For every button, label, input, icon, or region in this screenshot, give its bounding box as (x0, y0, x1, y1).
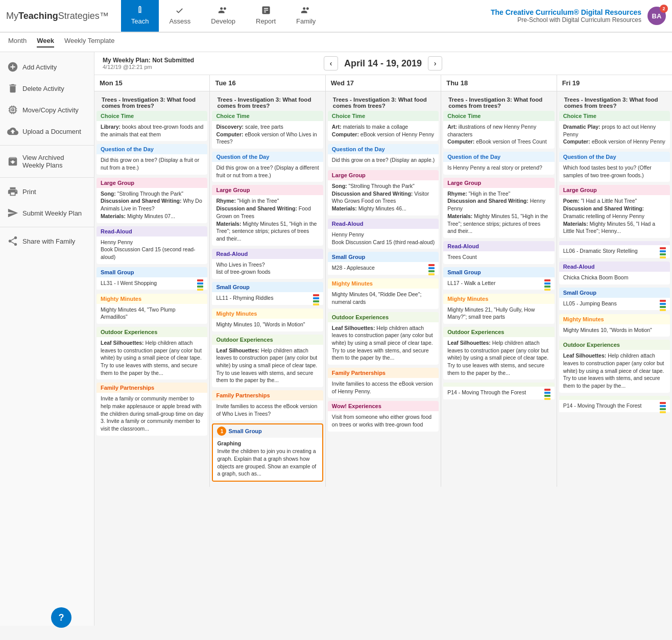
unit-fri: Trees - Investigation 3: What food comes… (559, 93, 670, 111)
outdoor-mon[interactable]: Outdoor Experiences Leaf Silhouettes: He… (97, 327, 207, 380)
family-tue[interactable]: Family Partnerships Invite families to a… (212, 390, 323, 420)
cal-meta: My Weekly Plan: Not Submitted 4/12/19 @1… (103, 57, 194, 70)
small-group-mon[interactable]: Small Group LL31 - I Went Shopping (97, 267, 207, 291)
unit-tue: Trees - Investigation 3: What food comes… (212, 93, 323, 111)
large-group-thu[interactable]: Large Group Rhyme: "High in the Tree"Dis… (443, 178, 554, 238)
share-label: Share with Family (22, 238, 75, 245)
read-aloud-wed[interactable]: Read-Aloud Henny PennyBook Discussion Ca… (328, 219, 439, 249)
read-aloud-tue[interactable]: Read-Aloud Who Lives in Trees?list of tr… (212, 249, 323, 279)
choice-time-mon[interactable]: Choice Time Library: books about tree-gr… (97, 111, 207, 141)
small-group-tue[interactable]: Small Group LL11 - Rhyming Riddles (212, 282, 323, 305)
share-icon (7, 235, 18, 247)
day-wed-header: Wed 17 (326, 75, 441, 91)
subnav-month[interactable]: Month (8, 37, 27, 48)
archive-label: View Archived Weekly Plans (22, 154, 87, 169)
sidebar-share[interactable]: Share with Family (0, 230, 94, 252)
sidebar-submit[interactable]: Submit Weekly Plan (0, 202, 94, 224)
unit-wed: Trees - Investigation 3: What food comes… (328, 93, 439, 111)
outdoor-thu[interactable]: Outdoor Experiences Leaf Silhouettes: He… (443, 327, 554, 380)
header-brand: The Creative Curriculum® Digital Resourc… (491, 8, 641, 23)
cal-nav: ‹ April 14 - 19, 2019 › (324, 56, 442, 70)
sidebar-move-copy[interactable]: Move/Copy Activity (0, 99, 94, 121)
mighty-minutes-wed[interactable]: Mighty Minutes Mighty Minutes 04, "Riddl… (328, 278, 439, 309)
choice-time-wed[interactable]: Choice Time Art: materials to make a col… (328, 111, 439, 141)
unit-thu: Trees - Investigation 3: What food comes… (443, 93, 554, 111)
mighty-minutes-fri[interactable]: Mighty Minutes Mighty Minutes 10, "Words… (559, 314, 670, 337)
question-day-fri[interactable]: Question of the Day Which food tastes be… (559, 152, 670, 182)
unit-mon: Trees - Investigation 3: What food comes… (97, 93, 207, 111)
small-group-thu[interactable]: Small Group LL17 - Walk a Letter (443, 267, 554, 291)
calendar-grid: Mon 15 Trees - Investigation 3: What foo… (94, 75, 672, 487)
mighty-minutes-tue[interactable]: Mighty Minutes Mighty Minutes 10, "Words… (212, 309, 323, 331)
large-group-tue[interactable]: Large Group Rhyme: "High in the Tree"Dis… (212, 185, 323, 245)
question-day-mon[interactable]: Question of the Day Did this grow on a t… (97, 144, 207, 174)
mighty-minutes-thu[interactable]: Mighty Minutes Mighty Minutes 21, "Hully… (443, 294, 554, 324)
nav-tab-teach[interactable]: Teach (121, 0, 159, 32)
question-day-wed[interactable]: Question of the Day Did this grow on a t… (328, 144, 439, 167)
prev-button[interactable]: ‹ (324, 56, 338, 70)
large-group-wed[interactable]: Large Group Song: "Strolling Through the… (328, 170, 439, 216)
small-group-fri[interactable]: Small Group LL05 - Jumping Beans (559, 288, 670, 311)
add-icon (7, 61, 18, 73)
question-day-thu[interactable]: Question of the Day Is Henny Penny a rea… (443, 152, 554, 175)
nav-tab-assess[interactable]: Assess (159, 0, 201, 32)
nav-tab-report[interactable]: Report (246, 0, 286, 32)
subnav-week[interactable]: Week (37, 37, 54, 48)
large-group-fri[interactable]: Large Group Poem: "I Had a Little Nut Tr… (559, 185, 670, 238)
avatar[interactable]: BA 2 (647, 7, 666, 25)
outdoor-tue[interactable]: Outdoor Experiences Leaf Silhouettes: He… (212, 335, 323, 387)
main-content: Add Activity Delete Activity Move/Copy A… (0, 52, 672, 626)
day-mon: Mon 15 Trees - Investigation 3: What foo… (94, 75, 210, 487)
wow-wed[interactable]: Wow! Experiences Visit from someone who … (328, 401, 439, 431)
next-button[interactable]: › (428, 56, 442, 70)
day-mon-content: Trees - Investigation 3: What food comes… (94, 91, 209, 441)
report-icon (261, 5, 271, 15)
small-group-wed[interactable]: Small Group M28 - Applesauce (328, 252, 439, 275)
calendar: My Weekly Plan: Not Submitted 4/12/19 @1… (94, 52, 672, 626)
read-aloud-mon[interactable]: Read-Aloud Henny PennyBook Discussion Ca… (97, 226, 207, 264)
read-aloud-fri[interactable]: Read-Aloud Chicka Chicka Boom Boom (559, 262, 670, 285)
sidebar-print[interactable]: Print (0, 181, 94, 202)
sidebar-archive[interactable]: View Archived Weekly Plans (0, 149, 94, 174)
help-button[interactable]: ? (51, 607, 71, 626)
add-activity-label: Add Activity (22, 63, 57, 71)
subnav-weekly-template[interactable]: Weekly Template (64, 37, 115, 48)
family-mon[interactable]: Family Partnerships Invite a family or c… (97, 383, 207, 435)
small-group-tue-highlighted[interactable]: 1 Small Group GraphingInvite the childre… (212, 423, 323, 481)
read-aloud-thu[interactable]: Read-Aloud Trees Count (443, 241, 554, 264)
upload-icon (7, 126, 18, 137)
day-tue: Tue 16 Trees - Investigation 3: What foo… (210, 75, 325, 487)
mighty-minutes-mon[interactable]: Mighty Minutes Mighty Minutes 44, "Two P… (97, 294, 207, 324)
move-copy-label: Move/Copy Activity (22, 106, 79, 114)
nav-tab-family[interactable]: Family (286, 0, 326, 32)
choice-time-thu[interactable]: Choice Time Art: illustrations of new He… (443, 111, 554, 149)
sidebar-delete-activity[interactable]: Delete Activity (0, 78, 94, 99)
nav-family-label: Family (296, 17, 316, 25)
nav-report-label: Report (256, 17, 276, 25)
outdoor-fri[interactable]: Outdoor Experiences Leaf Silhouettes: He… (559, 340, 670, 392)
day-tue-header: Tue 16 (210, 75, 325, 91)
submit-icon (7, 207, 18, 219)
family-wed[interactable]: Family Partnerships Invite families to a… (328, 368, 439, 398)
sidebar-upload[interactable]: Upload a Document (0, 121, 94, 142)
outdoor-thu-2[interactable]: P14 - Moving Through the Forest (443, 383, 554, 400)
day-fri-header: Fri 19 (557, 75, 672, 91)
outdoor-fri-2[interactable]: P14 - Moving Through the Forest (559, 396, 670, 413)
read-aloud-ll06[interactable]: LL06 - Dramatic Story Retelling (559, 241, 670, 258)
large-group-mon[interactable]: Large Group Song: "Strolling Through the… (97, 178, 207, 223)
sidebar-add-activity[interactable]: Add Activity (0, 56, 94, 78)
day-wed: Wed 17 Trees - Investigation 3: What foo… (326, 75, 441, 487)
choice-time-fri[interactable]: Choice Time Dramatic Play: props to act … (559, 111, 670, 149)
outdoor-wed[interactable]: Outdoor Experiences Leaf Silhouettes: He… (328, 312, 439, 365)
calendar-header: My Weekly Plan: Not Submitted 4/12/19 @1… (94, 52, 672, 75)
day-wed-content: Trees - Investigation 3: What food comes… (326, 91, 441, 437)
day-thu-content: Trees - Investigation 3: What food comes… (441, 91, 556, 405)
question-day-tue[interactable]: Question of the Day Did this grow on a t… (212, 152, 323, 182)
choice-time-tue[interactable]: Choice Time Discovery: scale, tree parts… (212, 111, 323, 149)
day-fri: Fri 19 Trees - Investigation 3: What foo… (557, 75, 672, 487)
day-thu: Thu 18 Trees - Investigation 3: What foo… (441, 75, 557, 487)
nav-develop-label: Develop (211, 17, 235, 25)
nav-assess-label: Assess (169, 17, 190, 25)
submit-label: Submit Weekly Plan (22, 209, 82, 217)
nav-tab-develop[interactable]: Develop (201, 0, 246, 32)
